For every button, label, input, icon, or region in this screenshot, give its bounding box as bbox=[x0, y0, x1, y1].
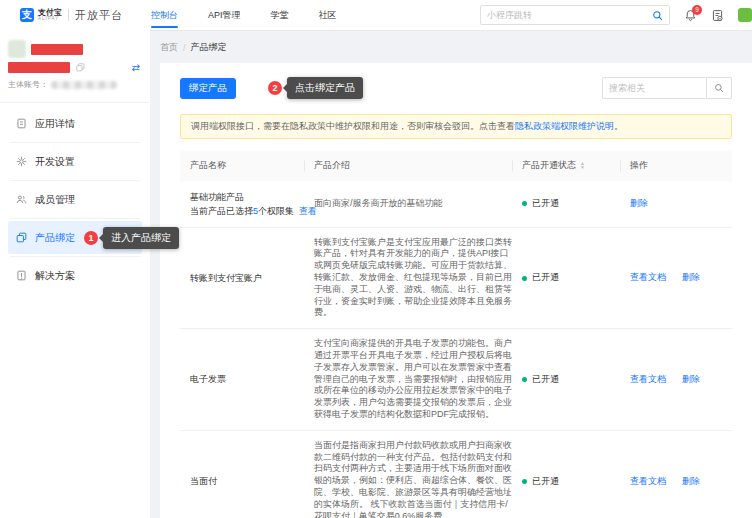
notice-text: 调用端权限接口，需要在隐私政策中维护权限和用途，否则审核会驳回。点击查看 bbox=[191, 121, 515, 131]
sidebar-item-solutions[interactable]: 解决方案 bbox=[0, 259, 150, 292]
view-docs-link[interactable]: 查看文档 bbox=[630, 374, 666, 384]
product-description: 支付宝向商家提供的开具电子发票的功能包。商户通过开票平台开具电子发票，经过用户授… bbox=[304, 338, 512, 421]
notification-badge: 9 bbox=[692, 5, 702, 15]
table-search-button[interactable] bbox=[706, 77, 732, 99]
status-dot bbox=[522, 377, 527, 382]
user-avatar[interactable] bbox=[738, 8, 752, 22]
product-status-cell: 已开通 bbox=[512, 373, 620, 386]
app-profile: ⇄ 主体账号： bbox=[0, 30, 150, 96]
sidebar-item-label: 产品绑定 bbox=[35, 231, 75, 245]
nav-api-management[interactable]: API管理 bbox=[208, 0, 241, 30]
products-table: 产品名称 产品介绍 产品开通状态 ▲▼ 操作 基础功能产品当前产品已选择5个权限… bbox=[180, 151, 732, 518]
product-status-cell: 已开通 bbox=[512, 475, 620, 488]
logo-divider bbox=[68, 9, 69, 21]
product-name: 当面付 bbox=[190, 474, 304, 488]
app-details-icon bbox=[16, 118, 27, 129]
global-search-input[interactable] bbox=[487, 10, 652, 20]
notice-text-suffix: 。 bbox=[614, 121, 623, 131]
column-product-intro: 产品介绍 bbox=[304, 159, 512, 172]
sidebar-item-app-details[interactable]: 应用详情 bbox=[0, 107, 150, 140]
main-area: 首页 / 产品绑定 绑定产品 2 点击绑定产品 bbox=[150, 30, 752, 518]
page: 支 支付宝 ALIPAY 开放平台 控制台 API管理 学堂 社区 9 bbox=[0, 0, 752, 518]
step-2-annotation: 2 点击绑定产品 bbox=[268, 77, 363, 99]
switch-app-icon[interactable]: ⇄ bbox=[132, 63, 140, 73]
breadcrumb-home[interactable]: 首页 bbox=[160, 41, 178, 54]
step-2-tooltip: 点击绑定产品 bbox=[287, 77, 363, 99]
product-status-cell: 已开通 bbox=[512, 271, 620, 284]
sidebar: ⇄ 主体账号： 应用详情 bbox=[0, 30, 150, 518]
status-dot bbox=[522, 479, 527, 484]
sidebar-item-label: 应用详情 bbox=[35, 117, 75, 131]
table-search bbox=[602, 77, 732, 99]
app-avatar bbox=[8, 40, 26, 58]
alipay-logo-icon: 支 bbox=[20, 8, 34, 22]
divider bbox=[10, 218, 140, 219]
account-id-redacted bbox=[51, 81, 117, 89]
members-icon bbox=[16, 194, 27, 205]
table-row: 基础功能产品当前产品已选择5个权限集查看面向商家/服务商开放的基础功能已开通删除 bbox=[180, 181, 732, 228]
status-text: 已开通 bbox=[532, 198, 559, 208]
sort-icon[interactable]: ▲▼ bbox=[580, 162, 585, 169]
bind-product-button[interactable]: 绑定产品 bbox=[180, 78, 236, 99]
breadcrumb: 首页 / 产品绑定 bbox=[160, 41, 752, 54]
privacy-notice-banner: 调用端权限接口，需要在隐私政策中维护权限和用途，否则审核会驳回。点击查看隐私政策… bbox=[180, 114, 732, 139]
sidebar-item-product-binding[interactable]: 产品绑定 1 进入产品绑定 bbox=[8, 221, 142, 254]
account-label: 主体账号： bbox=[8, 79, 48, 90]
alipay-logo[interactable]: 支 支付宝 ALIPAY 开放平台 bbox=[20, 8, 123, 23]
permission-summary-prefix: 当前产品已选择 bbox=[190, 206, 253, 216]
table-body: 基础功能产品当前产品已选择5个权限集查看面向商家/服务商开放的基础功能已开通删除… bbox=[180, 181, 732, 518]
status-text: 已开通 bbox=[532, 374, 559, 384]
delete-link[interactable]: 删除 bbox=[630, 198, 648, 208]
view-docs-link[interactable]: 查看文档 bbox=[630, 476, 666, 486]
notifications-bell[interactable]: 9 bbox=[684, 9, 697, 22]
status-text: 已开通 bbox=[532, 476, 559, 486]
status-text: 已开通 bbox=[532, 272, 559, 282]
nav-community[interactable]: 社区 bbox=[319, 0, 337, 30]
delete-link[interactable]: 删除 bbox=[682, 476, 700, 486]
top-header: 支 支付宝 ALIPAY 开放平台 控制台 API管理 学堂 社区 9 bbox=[0, 0, 752, 30]
column-actions: 操作 bbox=[620, 159, 732, 172]
product-binding-icon bbox=[16, 232, 27, 243]
product-actions-cell: 查看文档删除 bbox=[620, 373, 732, 386]
sidebar-item-label: 成员管理 bbox=[35, 193, 75, 207]
product-actions-cell: 查看文档删除 bbox=[620, 271, 732, 284]
table-header: 产品名称 产品介绍 产品开通状态 ▲▼ 操作 bbox=[180, 151, 732, 181]
nav-academy[interactable]: 学堂 bbox=[271, 0, 289, 30]
nav-console[interactable]: 控制台 bbox=[151, 0, 178, 30]
product-name-cell: 当面付 bbox=[180, 474, 304, 488]
column-product-name: 产品名称 bbox=[180, 159, 304, 172]
step-1-annotation: 1 进入产品绑定 bbox=[84, 227, 179, 249]
product-description: 转账到支付宝账户是支付宝应用最广泛的接口类转账产品，针对具有开发能力的商户，提供… bbox=[304, 237, 512, 320]
delete-link[interactable]: 删除 bbox=[682, 272, 700, 282]
product-name-cell: 电子发票 bbox=[180, 372, 304, 386]
sidebar-item-members[interactable]: 成员管理 bbox=[0, 183, 150, 216]
dev-settings-icon bbox=[16, 156, 27, 167]
product-name: 转账到支付宝账户 bbox=[190, 271, 304, 285]
table-search-input[interactable] bbox=[602, 77, 706, 99]
sidebar-item-dev-settings[interactable]: 开发设置 bbox=[0, 145, 150, 178]
copy-icon[interactable] bbox=[76, 63, 85, 72]
brand-text: 支付宝 ALIPAY bbox=[38, 9, 62, 22]
divider bbox=[10, 142, 140, 143]
sidebar-menu: 应用详情 开发设置 成员管理 bbox=[0, 103, 150, 292]
sidebar-item-label: 解决方案 bbox=[35, 269, 75, 283]
table-row: 当面付当面付是指商家扫用户付款码收款或用户扫商家收款二维码付款的一种支付产品。包… bbox=[180, 431, 732, 518]
breadcrumb-separator: / bbox=[183, 43, 186, 53]
product-name: 电子发票 bbox=[190, 372, 304, 386]
product-name: 基础功能产品 bbox=[190, 190, 304, 204]
header-right: 9 bbox=[480, 5, 752, 25]
search-icon[interactable] bbox=[652, 10, 663, 21]
privacy-policy-link[interactable]: 隐私政策端权限维护说明 bbox=[515, 121, 614, 131]
table-row: 转账到支付宝账户转账到支付宝账户是支付宝应用最广泛的接口类转账产品，针对具有开发… bbox=[180, 228, 732, 330]
step-1-tooltip: 进入产品绑定 bbox=[103, 227, 179, 249]
search-icon bbox=[714, 83, 724, 93]
platform-title: 开放平台 bbox=[75, 8, 123, 23]
view-docs-link[interactable]: 查看文档 bbox=[630, 272, 666, 282]
column-open-status[interactable]: 产品开通状态 ▲▼ bbox=[512, 159, 620, 172]
solutions-icon bbox=[16, 270, 27, 281]
product-actions-cell: 查看文档删除 bbox=[620, 475, 732, 488]
brand-name-latin: ALIPAY bbox=[38, 17, 62, 22]
global-search bbox=[480, 5, 670, 25]
tasks-doc-icon[interactable] bbox=[711, 9, 724, 22]
delete-link[interactable]: 删除 bbox=[682, 374, 700, 384]
